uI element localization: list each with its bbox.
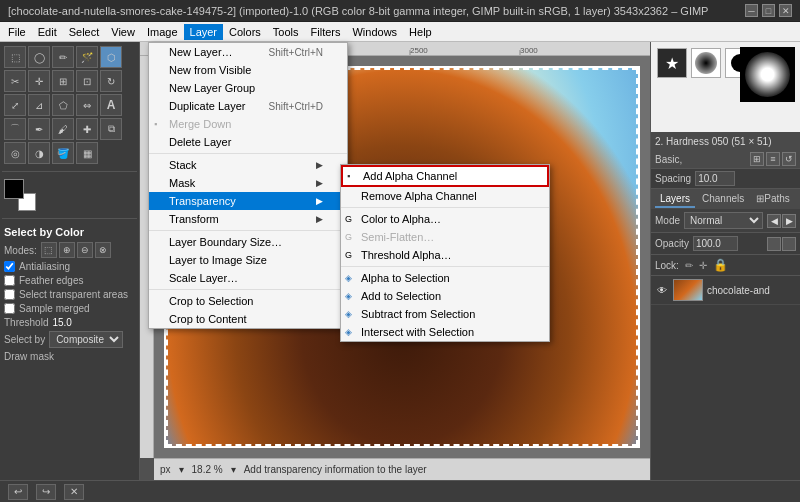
intersect-with-selection-label: Intersect with Selection — [361, 326, 474, 338]
remove-alpha-label: Remove Alpha Channel — [361, 190, 477, 202]
menu-transparency[interactable]: Transparency ▶ — [149, 192, 347, 210]
menu-new-layer[interactable]: New Layer… Shift+Ctrl+N — [149, 43, 347, 61]
threshold-alpha-label: Threshold Alpha… — [361, 249, 452, 261]
add-to-selection-icon: ◈ — [345, 291, 352, 301]
semi-flatten-icon: G — [345, 232, 352, 242]
delete-layer-label: Delete Layer — [169, 136, 231, 148]
menu-new-from-visible[interactable]: New from Visible — [149, 61, 347, 79]
transparency-arrow: ▶ — [316, 196, 323, 206]
new-from-visible-label: New from Visible — [169, 64, 251, 76]
menu-overlay: New Layer… Shift+Ctrl+N New from Visible… — [0, 0, 800, 502]
menu-alpha-to-selection[interactable]: ◈ Alpha to Selection — [341, 269, 549, 287]
menu-add-alpha-channel[interactable]: ▪ Add Alpha Channel — [341, 165, 549, 187]
threshold-alpha-icon: G — [345, 250, 352, 260]
semi-flatten-label: Semi-Flatten… — [361, 231, 434, 243]
mask-label: Mask — [169, 177, 195, 189]
stack-label: Stack — [169, 159, 197, 171]
menu-layer-boundary[interactable]: Layer Boundary Size… — [149, 233, 347, 251]
new-layer-group-label: New Layer Group — [169, 82, 255, 94]
menu-new-layer-group[interactable]: New Layer Group — [149, 79, 347, 97]
menu-semi-flatten: G Semi-Flatten… — [341, 228, 549, 246]
separator-1 — [149, 153, 347, 154]
duplicate-layer-shortcut: Shift+Ctrl+D — [269, 101, 323, 112]
transparency-label: Transparency — [169, 195, 236, 207]
menu-crop-to-content[interactable]: Crop to Content — [149, 310, 347, 328]
layer-boundary-label: Layer Boundary Size… — [169, 236, 282, 248]
menu-color-to-alpha[interactable]: G Color to Alpha… — [341, 210, 549, 228]
menu-scale-layer[interactable]: Scale Layer… — [149, 269, 347, 287]
menu-merge-down: ▪ Merge Down — [149, 115, 347, 133]
separator-2 — [149, 230, 347, 231]
merge-down-bullet: ▪ — [154, 119, 157, 129]
layer-dropdown-menu: New Layer… Shift+Ctrl+N New from Visible… — [148, 42, 348, 329]
add-alpha-icon: ▪ — [347, 171, 350, 181]
merge-down-label: Merge Down — [169, 118, 231, 130]
crop-to-content-label: Crop to Content — [169, 313, 247, 325]
menu-intersect-with-selection[interactable]: ◈ Intersect with Selection — [341, 323, 549, 341]
menu-stack[interactable]: Stack ▶ — [149, 156, 347, 174]
color-to-alpha-label: Color to Alpha… — [361, 213, 441, 225]
menu-delete-layer[interactable]: Delete Layer — [149, 133, 347, 151]
add-alpha-label: Add Alpha Channel — [363, 170, 457, 182]
scale-layer-label: Scale Layer… — [169, 272, 238, 284]
crop-to-selection-label: Crop to Selection — [169, 295, 253, 307]
menu-threshold-alpha[interactable]: G Threshold Alpha… — [341, 246, 549, 264]
menu-duplicate-layer[interactable]: Duplicate Layer Shift+Ctrl+D — [149, 97, 347, 115]
add-to-selection-label: Add to Selection — [361, 290, 441, 302]
transform-arrow: ▶ — [316, 214, 323, 224]
trans-separator-1 — [341, 207, 549, 208]
layer-to-image-label: Layer to Image Size — [169, 254, 267, 266]
subtract-from-selection-label: Subtract from Selection — [361, 308, 475, 320]
subtract-from-selection-icon: ◈ — [345, 309, 352, 319]
stack-arrow: ▶ — [316, 160, 323, 170]
menu-mask[interactable]: Mask ▶ — [149, 174, 347, 192]
transform-label: Transform — [169, 213, 219, 225]
alpha-to-selection-label: Alpha to Selection — [361, 272, 450, 284]
transparency-submenu: ▪ Add Alpha Channel Remove Alpha Channel… — [340, 164, 550, 342]
new-layer-shortcut: Shift+Ctrl+N — [269, 47, 323, 58]
menu-remove-alpha-channel[interactable]: Remove Alpha Channel — [341, 187, 549, 205]
menu-layer-to-image[interactable]: Layer to Image Size — [149, 251, 347, 269]
mask-arrow: ▶ — [316, 178, 323, 188]
separator-3 — [149, 289, 347, 290]
menu-transform[interactable]: Transform ▶ — [149, 210, 347, 228]
menu-add-to-selection[interactable]: ◈ Add to Selection — [341, 287, 549, 305]
duplicate-layer-label: Duplicate Layer — [169, 100, 245, 112]
intersect-with-selection-icon: ◈ — [345, 327, 352, 337]
trans-separator-2 — [341, 266, 549, 267]
menu-crop-to-selection[interactable]: Crop to Selection — [149, 292, 347, 310]
alpha-to-selection-icon: ◈ — [345, 273, 352, 283]
color-to-alpha-icon: G — [345, 214, 352, 224]
menu-subtract-from-selection[interactable]: ◈ Subtract from Selection — [341, 305, 549, 323]
new-layer-label: New Layer… — [169, 46, 233, 58]
